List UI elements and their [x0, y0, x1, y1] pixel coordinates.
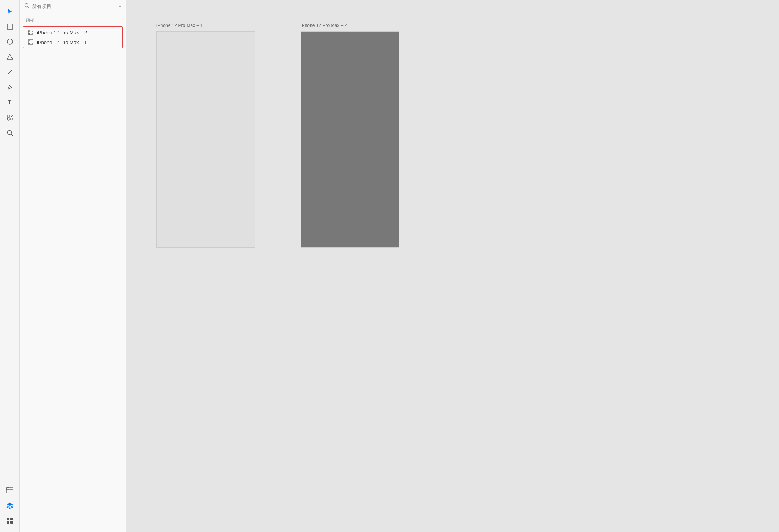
svg-line-2	[8, 70, 12, 74]
artboard-1[interactable]	[156, 31, 255, 248]
svg-rect-14	[10, 521, 13, 524]
component-tool[interactable]	[3, 111, 17, 125]
layer-item-label-2: iPhone 12 Pro Max – 2	[37, 30, 87, 35]
artboard-2-wrapper: iPhone 12 Pro Max – 2	[301, 23, 399, 248]
layers-content: 画板 iPhone 12 Pro Max –	[20, 13, 126, 532]
layers-icon[interactable]	[3, 499, 17, 512]
artboard-1-wrapper: iPhone 12 Pro Max – 1	[156, 23, 255, 248]
svg-rect-26	[28, 40, 33, 44]
layer-group-label: 画板	[20, 16, 126, 25]
dropdown-arrow-icon[interactable]: ▾	[119, 4, 121, 9]
artboard-2-label: iPhone 12 Pro Max – 2	[301, 23, 347, 28]
library-icon[interactable]	[3, 483, 17, 497]
canvas-area[interactable]: iPhone 12 Pro Max – 1 iPhone 12 Pro Max …	[126, 0, 779, 532]
search-bar: ▾	[20, 0, 126, 13]
artboard-2[interactable]	[301, 31, 399, 248]
text-tool[interactable]: T	[3, 96, 17, 109]
layer-item-label-1: iPhone 12 Pro Max – 1	[37, 39, 87, 45]
svg-rect-10	[7, 488, 13, 490]
svg-line-16	[28, 7, 30, 8]
triangle-tool[interactable]	[3, 50, 17, 64]
pen-tool[interactable]	[3, 81, 17, 94]
layer-item-iphone2[interactable]: iPhone 12 Pro Max – 2	[23, 27, 122, 37]
toolbar-bottom	[3, 483, 17, 527]
svg-rect-17	[28, 30, 33, 35]
search-icon	[24, 3, 30, 9]
svg-rect-6	[11, 118, 13, 120]
frame-icon-1	[28, 39, 34, 45]
svg-rect-13	[7, 521, 9, 524]
svg-point-5	[7, 118, 9, 120]
frame-icon-2	[28, 29, 34, 35]
svg-rect-4	[7, 115, 9, 117]
svg-point-1	[7, 39, 13, 44]
circle-tool[interactable]	[3, 35, 17, 49]
line-tool[interactable]	[3, 65, 17, 79]
svg-point-15	[25, 4, 28, 7]
zoom-tool[interactable]	[3, 126, 17, 140]
layer-group-border: iPhone 12 Pro Max – 2	[23, 26, 123, 48]
svg-rect-9	[7, 488, 9, 493]
cursor-tool[interactable]	[3, 5, 17, 18]
svg-line-8	[11, 134, 13, 136]
toolbar: T	[0, 0, 20, 532]
layers-panel: ▾ 画板 iPhone	[20, 0, 126, 532]
rectangle-tool[interactable]	[3, 20, 17, 33]
svg-rect-0	[7, 24, 13, 29]
svg-point-7	[7, 131, 11, 135]
svg-point-3	[9, 85, 9, 86]
layer-item-iphone1[interactable]: iPhone 12 Pro Max – 1	[23, 37, 122, 47]
assets-icon[interactable]	[3, 514, 17, 527]
svg-rect-12	[10, 518, 13, 520]
search-input[interactable]	[32, 3, 117, 9]
svg-rect-11	[7, 518, 9, 520]
artboard-1-label: iPhone 12 Pro Max – 1	[156, 23, 203, 28]
